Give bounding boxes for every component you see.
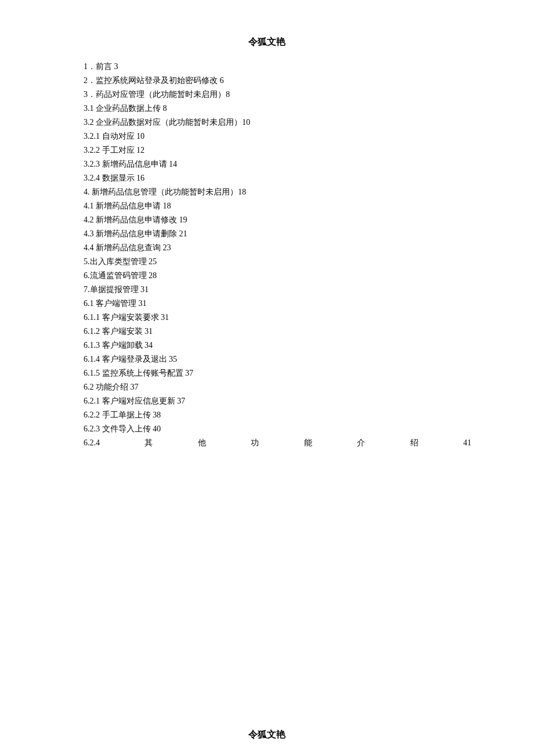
toc-entry: 5.出入库类型管理 25 (84, 255, 471, 269)
toc-entry: 6.2.2 手工单据上传 38 (84, 408, 471, 422)
toc-part: 其 (145, 436, 153, 450)
toc-entry: 7.单据提报管理 31 (84, 283, 471, 297)
toc-entry: 6.1.4 客户端登录及退出 35 (84, 352, 471, 366)
toc-entry: 6.2.3 文件导入上传 40 (84, 422, 471, 436)
toc-entry: 4.2 新增药品信息申请修改 19 (84, 213, 471, 227)
toc-entry: 3.2.1 自动对应 10 (84, 129, 471, 143)
page-footer: 令狐文艳 (0, 729, 534, 741)
toc-entry: 6.流通监管码管理 28 (84, 269, 471, 283)
toc-entry: 6.1.2 客户端安装 31 (84, 325, 471, 339)
toc-part: 41 (463, 436, 471, 450)
toc-entry: 3.2.2 手工对应 12 (84, 143, 471, 157)
toc-part: 绍 (410, 436, 418, 450)
toc-entry: 3.2.3 新增药品信息申请 14 (84, 157, 471, 171)
toc-part: 功 (251, 436, 259, 450)
toc-entry: 6.1.3 客户端卸载 34 (84, 339, 471, 352)
toc-entry: 6.1.1 客户端安装要求 31 (84, 311, 471, 325)
toc-entry: 4.1 新增药品信息申请 18 (84, 199, 471, 213)
toc-entry: 3．药品对应管理（此功能暂时未启用）8 (84, 88, 471, 102)
toc-entry: 4.4 新增药品信息查询 23 (84, 241, 471, 255)
toc-entry: 2．监控系统网站登录及初始密码修改 6 (84, 74, 471, 88)
page-header: 令狐文艳 (0, 0, 534, 60)
toc-entry: 6.1.5 监控系统上传账号配置 37 (84, 366, 471, 380)
toc-content: 1．前言 3 2．监控系统网站登录及初始密码修改 6 3．药品对应管理（此功能暂… (0, 60, 534, 450)
toc-entry: 3.2.4 数据显示 16 (84, 171, 471, 185)
toc-entry: 6.1 客户端管理 31 (84, 297, 471, 311)
toc-part: 他 (198, 436, 206, 450)
toc-part: 介 (357, 436, 365, 450)
toc-entry: 3.1 企业药品数据上传 8 (84, 102, 471, 116)
toc-entry: 4. 新增药品信息管理（此功能暂时未启用）18 (84, 185, 471, 199)
toc-entry: 1．前言 3 (84, 60, 471, 74)
toc-entry: 6.2.1 客户端对应信息更新 37 (84, 394, 471, 408)
toc-entry: 4.3 新增药品信息申请删除 21 (84, 227, 471, 241)
toc-part: 6.2.4 (84, 436, 100, 450)
toc-entry: 6.2 功能介绍 37 (84, 380, 471, 394)
toc-entry: 3.2 企业药品数据对应（此功能暂时未启用）10 (84, 116, 471, 129)
toc-entry-justified: 6.2.4 其 他 功 能 介 绍 41 (84, 436, 471, 450)
toc-part: 能 (304, 436, 312, 450)
